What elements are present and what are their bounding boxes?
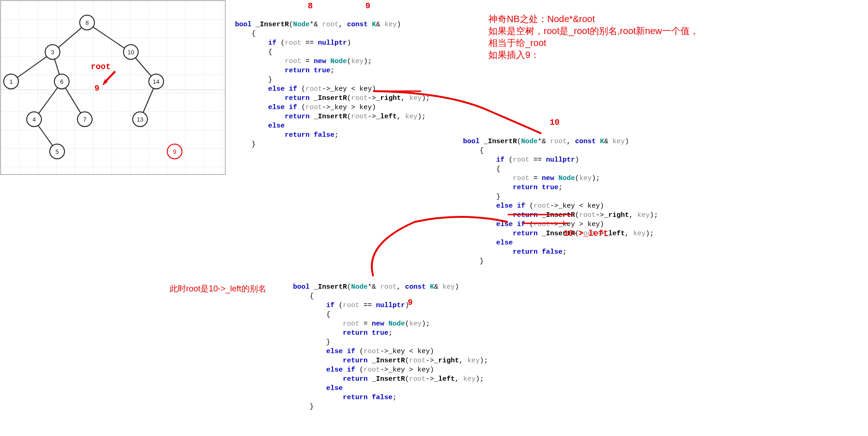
tree-node-9: 9 — [167, 144, 182, 159]
right-note-l4: 如果插入9： — [488, 49, 699, 61]
root-arrow — [101, 70, 120, 88]
tree-grid: root 9 83101614471359 — [0, 0, 226, 175]
right-note-l1: 神奇NB之处：Node*&root — [488, 13, 699, 25]
top-annot-9: 9 — [365, 1, 370, 11]
right-note-l2: 如果是空树，root是_root的别名,root新new一个值， — [488, 25, 699, 37]
tree-node-1: 1 — [3, 74, 19, 89]
tree-node-10: 10 — [123, 44, 139, 60]
tree-node-14: 14 — [148, 74, 164, 89]
tree-node-3: 3 — [45, 44, 60, 60]
annot-10: 10 — [550, 118, 560, 127]
code-block-2: bool _InsertR(Node*& root, const K& key)… — [463, 128, 658, 266]
right-note-l3: 相当于给_root — [488, 37, 699, 49]
annot-9: 9 — [408, 298, 413, 307]
tree-node-8: 8 — [79, 15, 95, 30]
tree-node-6: 6 — [54, 74, 70, 89]
right-note: 神奇NB之处：Node*&root 如果是空树，root是_root的别名,ro… — [488, 13, 699, 61]
left-note: 此时root是10->_left的别名 — [170, 283, 266, 295]
code-block-3: bool _InsertR(Node*& root, const K& key)… — [293, 273, 488, 412]
code-block-1: bool _InsertR(Node*& root, const K& key)… — [235, 11, 430, 149]
tree-node-7: 7 — [77, 111, 93, 127]
top-annot-8: 8 — [308, 1, 313, 11]
annot-10-left: 10->_left — [563, 229, 608, 238]
root-num-label: 9 — [94, 84, 100, 93]
tree-node-4: 4 — [26, 111, 42, 127]
tree-node-13: 13 — [132, 111, 148, 127]
tree-node-5: 5 — [49, 144, 65, 159]
